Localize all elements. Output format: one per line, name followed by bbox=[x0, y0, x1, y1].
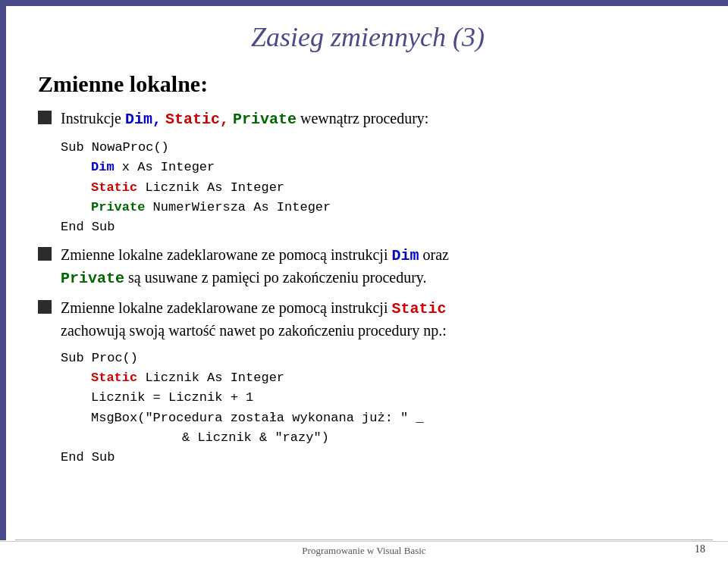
code2-line1: Sub Proc() bbox=[61, 349, 698, 368]
code2-line3: Licznik = Licznik + 1 bbox=[61, 388, 698, 408]
code2-static-kw: Static bbox=[91, 371, 137, 385]
bullet1-kw-static: Static, bbox=[165, 111, 229, 128]
bullet-icon-2 bbox=[38, 247, 52, 261]
footer-divider bbox=[15, 540, 713, 540]
top-accent-bar bbox=[0, 0, 728, 6]
bullet2-prefix: Zmienne lokalne zadeklarowane ze pomocą … bbox=[61, 246, 391, 263]
left-accent-bar bbox=[0, 6, 6, 540]
bullet-item-1: Instrukcje Dim, Static, Private wewnątrz… bbox=[38, 108, 698, 130]
bullet-item-2: Zmienne lokalne zadeklarowane ze pomocą … bbox=[38, 244, 698, 289]
bullet1-prefix: Instrukcje bbox=[61, 110, 125, 127]
code-block-1: Sub NowaProc() Dim x As Integer Static L… bbox=[61, 138, 698, 238]
code1-line3: Static Licznik As Integer bbox=[61, 178, 698, 198]
code2-line2: Static Licznik As Integer bbox=[61, 368, 698, 388]
code1-line4: Private NumerWiersza As Integer bbox=[61, 198, 698, 217]
bullet1-kw-dim: Dim, bbox=[125, 111, 162, 128]
code1-line1: Sub NowaProc() bbox=[61, 138, 698, 158]
bullet2-kw-private: Private bbox=[61, 270, 124, 287]
code2-line4: MsgBox("Procedura została wykonana już: … bbox=[61, 408, 698, 428]
section-heading: Zmienne lokalne: bbox=[38, 71, 698, 97]
bullet-text-2: Zmienne lokalne zadeklarowane ze pomocą … bbox=[61, 244, 449, 289]
slide-title: Zasieg zmiennych (3) bbox=[38, 21, 698, 53]
code1-static-kw: Static bbox=[91, 180, 137, 195]
code1-line5: End Sub bbox=[61, 217, 698, 237]
code2-line5: & Licznik & "razy") bbox=[61, 428, 698, 448]
bullet1-kw-private: Private bbox=[233, 111, 297, 128]
bullet1-suffix: wewnątrz procedury: bbox=[297, 110, 428, 127]
code1-line2: Dim x As Integer bbox=[61, 158, 698, 177]
slide: Zasieg zmiennych (3) Zmienne lokalne: In… bbox=[0, 0, 728, 563]
bullet2-suffix: są usuwane z pamięci po zakończeniu proc… bbox=[124, 269, 427, 286]
code1-dim-kw: Dim bbox=[91, 160, 115, 174]
code1-private-kw: Private bbox=[91, 200, 145, 214]
footer-text: Programowanie w Visual Basic bbox=[302, 545, 425, 557]
bullet-text-1: Instrukcje Dim, Static, Private wewnątrz… bbox=[61, 108, 428, 130]
bullet3-suffix: zachowują swoją wartość nawet po zakończ… bbox=[61, 322, 447, 339]
bullet-icon-3 bbox=[38, 300, 52, 314]
footer-page-number: 18 bbox=[695, 543, 705, 555]
code2-line6: End Sub bbox=[61, 448, 698, 468]
code-block-2: Sub Proc() Static Licznik As Integer Lic… bbox=[61, 349, 698, 468]
footer: Programowanie w Visual Basic bbox=[0, 541, 728, 557]
bullet-text-3: Zmienne lokalne zadeklarowane ze pomocą … bbox=[61, 297, 447, 341]
bullet3-prefix: Zmienne lokalne zadeklarowane ze pomocą … bbox=[61, 299, 391, 316]
bullet2-kw-dim: Dim bbox=[391, 247, 419, 264]
slide-content: Zasieg zmiennych (3) Zmienne lokalne: In… bbox=[0, 6, 728, 503]
bullet2-mid: oraz bbox=[419, 246, 449, 263]
bullet-item-3: Zmienne lokalne zadeklarowane ze pomocą … bbox=[38, 297, 698, 341]
bullet-icon-1 bbox=[38, 111, 52, 124]
bullet3-kw-static: Static bbox=[391, 300, 446, 317]
